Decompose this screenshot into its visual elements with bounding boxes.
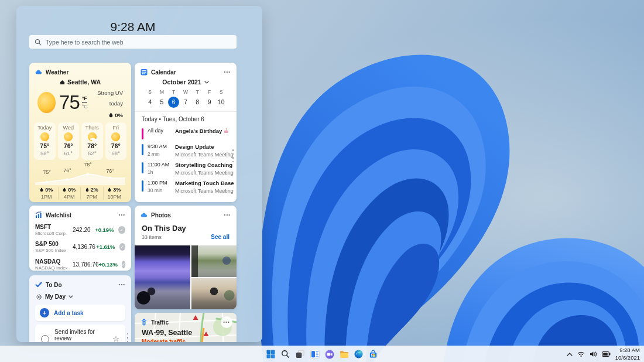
date-cell[interactable]: 4	[144, 97, 156, 108]
traffic-widget[interactable]: Traffic ••• WA-99, Seattle Moderate traf…	[135, 313, 237, 342]
more-options-icon[interactable]: •••	[119, 213, 125, 217]
plus-icon: +	[40, 308, 49, 317]
date-cell-selected[interactable]: 6	[168, 97, 179, 108]
calendar-event[interactable]: All day Angela's Birthday	[142, 128, 237, 139]
tray-date: 10/6/2021	[615, 354, 640, 362]
important-star-icon[interactable]: ☆	[112, 335, 119, 342]
forecast-day[interactable]: Today 75° 58°	[34, 122, 56, 160]
search-icon	[281, 350, 290, 358]
home-icon	[60, 80, 65, 85]
more-options-button[interactable]: •••	[221, 316, 232, 328]
more-options-icon: •••	[223, 320, 229, 325]
birthday-cake-icon	[224, 128, 229, 134]
see-all-link[interactable]: See all	[211, 234, 229, 240]
hourly-cell: 0% 1PM	[35, 187, 58, 200]
desktop: 9:28 AM Weather	[0, 0, 644, 362]
added-check-icon[interactable]: ✓	[119, 243, 125, 251]
partly-cloudy-icon	[88, 132, 97, 141]
sunny-icon	[111, 132, 120, 141]
chat-button[interactable]	[322, 347, 337, 362]
wifi-icon[interactable]	[577, 351, 585, 357]
temperature-sparkline: 75° 76° 78° 76°	[35, 162, 125, 185]
todo-scroll-indicator[interactable]	[127, 333, 129, 343]
calendar-icon	[141, 69, 148, 76]
file-explorer-icon	[340, 350, 349, 358]
date-cell[interactable]: 9	[203, 97, 215, 108]
search-icon	[35, 39, 42, 46]
volume-icon[interactable]	[590, 351, 597, 357]
photos-cloud-icon	[141, 211, 148, 218]
tray-chevron-up-icon[interactable]	[567, 353, 573, 356]
calendar-title: Calendar	[151, 69, 176, 76]
edge-icon	[354, 350, 363, 358]
search-button[interactable]	[278, 347, 293, 362]
photo-thumbnail[interactable]	[191, 245, 237, 277]
weekday-row: SM TW TF S	[144, 89, 227, 95]
chevron-down-icon	[204, 81, 209, 84]
battery-icon[interactable]	[602, 351, 611, 357]
web-search-bar[interactable]	[29, 35, 237, 49]
calendar-event[interactable]: 11:00 AM 1h Storytelling Coaching Pro...…	[142, 162, 237, 176]
watchlist-widget: Watchlist ••• MSFT Microsoft Corp. 242.2…	[29, 206, 131, 271]
widgets-icon	[310, 350, 320, 358]
microsoft-store-icon	[369, 350, 378, 358]
forecast-day[interactable]: Fri 76° 58°	[105, 122, 127, 160]
droplet-icon	[85, 187, 89, 192]
unit-fahrenheit-toggle[interactable]: °F	[82, 95, 87, 103]
weather-cloud-icon	[35, 69, 42, 76]
hourly-cell: 2% 7PM	[80, 187, 103, 200]
task-item[interactable]: Send invites for review Quarterly planni…	[35, 325, 125, 342]
widgets-button[interactable]	[307, 347, 322, 362]
task-view-button[interactable]	[293, 347, 307, 362]
photo-thumbnail[interactable]	[191, 278, 237, 310]
date-cell[interactable]: 5	[156, 97, 167, 108]
my-day-sun-icon	[36, 294, 42, 300]
search-input[interactable]	[46, 39, 231, 46]
calendar-scroll-indicator[interactable]	[232, 149, 234, 162]
file-explorer-button[interactable]	[337, 347, 351, 362]
teams-chat-icon	[325, 350, 334, 359]
traffic-light-icon	[141, 319, 148, 326]
more-options-icon[interactable]: •••	[119, 282, 125, 287]
photos-widget: Photos ••• On This Day 33 items See all	[135, 206, 237, 309]
todo-title: To Do	[46, 282, 62, 288]
added-check-icon[interactable]: ✓	[122, 261, 125, 268]
more-options-icon[interactable]: •••	[224, 70, 231, 74]
forecast-day[interactable]: Wed 76° 61°	[58, 122, 80, 160]
start-button[interactable]	[263, 347, 278, 362]
store-button[interactable]	[366, 347, 381, 362]
sunny-icon	[64, 132, 73, 141]
more-options-icon[interactable]: •••	[224, 213, 231, 217]
droplet-icon	[40, 187, 43, 192]
date-row: 4 5 6 7 8 9 10	[144, 97, 227, 108]
month-selector[interactable]: October 2021	[135, 78, 237, 86]
date-cell[interactable]: 10	[215, 97, 227, 108]
weather-widget[interactable]: Weather Seattle, WA 75 °F °C	[29, 63, 131, 202]
watchlist-row[interactable]: S&P 500 S&P 500 Index 4,136.76 +1.61% ✓	[35, 240, 125, 254]
watchlist-row[interactable]: MSFT Microsoft Corp. 242.20 +0.19% ✓	[35, 223, 125, 237]
calendar-event[interactable]: 9:30 AM 2 min Design Update Microsoft Te…	[142, 144, 237, 158]
date-cell[interactable]: 8	[191, 97, 203, 108]
tray-clock[interactable]: 9:28 AM 10/6/2021	[615, 347, 640, 362]
hourly-cell: 0% 4PM	[58, 187, 81, 200]
watchlist-row[interactable]: NASDAQ NASDAQ Index 13,786.76 +0.13% ✓	[35, 257, 125, 271]
unit-celsius-toggle[interactable]: °C	[82, 104, 88, 110]
sunny-icon	[37, 92, 56, 113]
added-check-icon[interactable]: ✓	[118, 226, 125, 234]
panel-clock: 9:28 AM	[29, 20, 237, 34]
current-temp: 75	[59, 91, 80, 114]
droplet-icon	[63, 187, 66, 192]
droplet-icon	[108, 187, 111, 192]
photo-thumbnail[interactable]	[135, 245, 190, 309]
droplet-icon	[109, 112, 113, 118]
list-selector-my-day[interactable]: My Day	[36, 293, 131, 300]
add-task-button[interactable]: + Add a task	[35, 305, 125, 321]
date-cell[interactable]: 7	[180, 97, 191, 108]
weather-location: Seattle, WA	[67, 78, 101, 86]
watchlist-chart-icon	[35, 211, 42, 218]
calendar-event[interactable]: 1:00 PM 30 min Marketing Touch Base Micr…	[142, 180, 237, 194]
edge-button[interactable]	[351, 347, 366, 362]
forecast-day[interactable]: Thurs 78° 62°	[81, 122, 103, 160]
taskbar: 9:28 AM 10/6/2021	[0, 346, 644, 362]
task-complete-checkbox[interactable]	[41, 335, 49, 343]
